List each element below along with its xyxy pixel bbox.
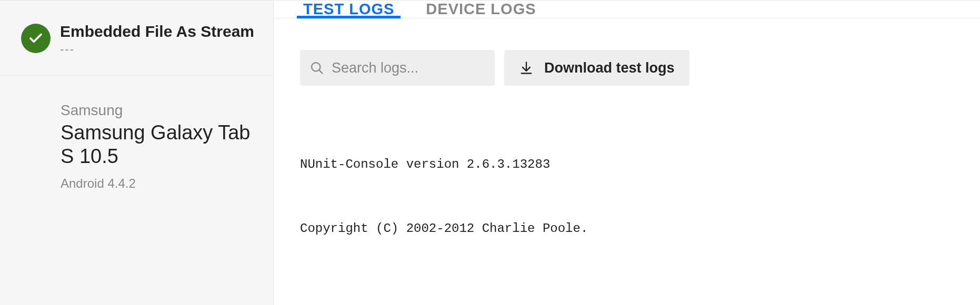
- log-line: Copyright (C) 2002-2012 Charlie Poole.: [300, 218, 954, 240]
- device-os: Android 4.4.2: [61, 176, 252, 191]
- main-panel: TEST LOGS DEVICE LOGS Download: [274, 0, 980, 305]
- svg-line-1: [319, 70, 322, 73]
- download-button-label: Download test logs: [544, 60, 675, 76]
- device-name: Samsung Galaxy Tab S 10.5: [61, 121, 252, 169]
- search-box[interactable]: [300, 50, 495, 86]
- test-header: Embedded File As Stream ---: [0, 1, 273, 76]
- tab-test-logs[interactable]: TEST LOGS: [300, 1, 397, 18]
- device-brand: Samsung: [61, 102, 252, 119]
- app-container: Embedded File As Stream --- Samsung Sams…: [0, 0, 980, 305]
- log-line: NUnit-Console version 2.6.3.13283: [300, 154, 954, 176]
- tab-label: TEST LOGS: [303, 1, 394, 18]
- tab-bar: TEST LOGS DEVICE LOGS: [274, 1, 980, 18]
- tab-label: DEVICE LOGS: [426, 1, 536, 18]
- search-input[interactable]: [332, 60, 485, 76]
- sidebar: Embedded File As Stream --- Samsung Sams…: [0, 0, 274, 305]
- device-info: Samsung Samsung Galaxy Tab S 10.5 Androi…: [0, 76, 273, 212]
- log-output: NUnit-Console version 2.6.3.13283 Copyri…: [274, 98, 980, 305]
- test-title: Embedded File As Stream: [60, 22, 254, 42]
- test-subtitle: ---: [60, 43, 254, 56]
- toolbar: Download test logs: [274, 18, 980, 98]
- search-icon: [309, 60, 324, 75]
- download-icon: [519, 60, 534, 75]
- status-pass-icon: [21, 24, 51, 53]
- tab-device-logs[interactable]: DEVICE LOGS: [423, 1, 539, 18]
- test-title-block: Embedded File As Stream ---: [60, 22, 254, 56]
- download-test-logs-button[interactable]: Download test logs: [504, 50, 689, 86]
